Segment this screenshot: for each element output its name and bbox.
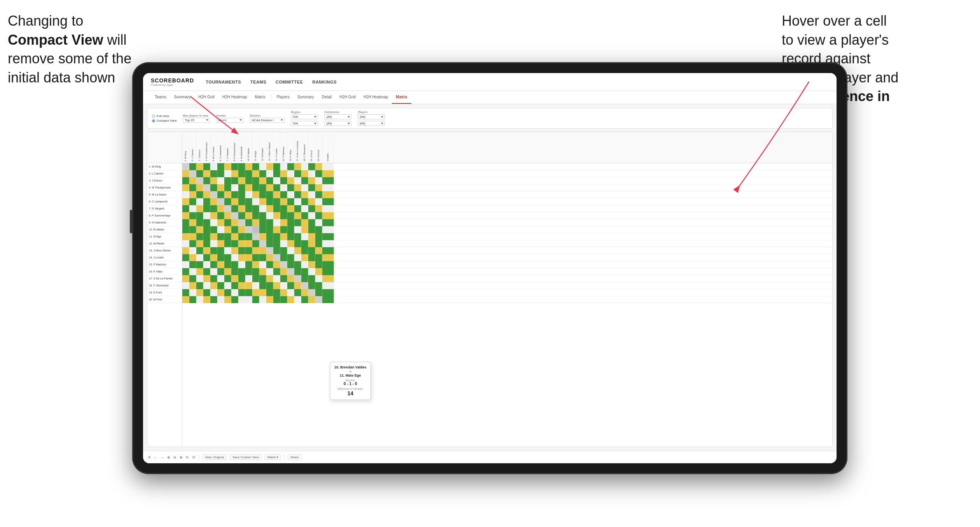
cell-r14-c8[interactable] [231,254,238,261]
cell-r8-c6[interactable] [217,212,224,219]
cell-r15-c5[interactable] [210,261,217,268]
cell-r5-c14[interactable] [273,191,280,198]
nav-rankings[interactable]: RANKINGS [312,80,337,84]
cell-r1-c13[interactable] [266,163,273,170]
cell-r11-c12[interactable] [259,233,266,240]
cell-r4-c12[interactable] [259,184,266,191]
cell-r9-c19[interactable] [308,219,315,226]
cell-r8-c2[interactable] [189,212,196,219]
cell-r12-c7[interactable] [224,240,231,247]
cell-r18-c15[interactable] [280,282,287,289]
cell-r15-c14[interactable] [273,261,280,268]
cell-r2-c15[interactable] [280,170,287,177]
cell-r8-c10[interactable] [245,212,252,219]
cell-r5-c6[interactable] [217,191,224,198]
cell-r1-c7[interactable] [224,163,231,170]
view-original-btn[interactable]: View: Original [202,454,227,460]
cell-r4-c5[interactable] [210,184,217,191]
cell-r6-c2[interactable] [189,198,196,205]
cell-r11-c19[interactable] [308,233,315,240]
cell-r18-c18[interactable] [301,282,308,289]
cell-r11-c17[interactable] [294,233,301,240]
cell-r16-c13[interactable] [266,268,273,275]
cell-r8-c16[interactable] [287,212,294,219]
cell-r16-c15[interactable] [280,268,287,275]
max-players-select[interactable]: Top 25 [183,118,210,123]
toolbar-zoom-out[interactable]: ⊕ [180,455,183,459]
cell-r13-c13[interactable] [266,247,273,254]
cell-r16-c19[interactable] [308,268,315,275]
cell-r17-c18[interactable] [301,275,308,282]
cell-r18-c16[interactable] [287,282,294,289]
cell-r5-c7[interactable] [224,191,231,198]
cell-r14-c5[interactable] [210,254,217,261]
cell-r16-c21[interactable] [322,268,334,275]
sub-nav-summary-right[interactable]: Summary [293,91,318,104]
cell-r16-c1[interactable] [182,268,189,275]
cell-r18-c19[interactable] [308,282,315,289]
cell-r6-c16[interactable] [287,198,294,205]
cell-r4-c9[interactable] [238,184,245,191]
cell-r20-c10[interactable] [245,296,252,303]
cell-r10-c21[interactable] [322,226,334,233]
cell-r4-c7[interactable] [224,184,231,191]
cell-r9-c13[interactable] [266,219,273,226]
cell-r11-c9[interactable] [238,233,245,240]
cell-r14-c1[interactable] [182,254,189,261]
cell-r5-c16[interactable] [287,191,294,198]
cell-r18-c20[interactable] [315,282,322,289]
cell-r7-c7[interactable] [224,205,231,212]
cell-r20-c8[interactable] [231,296,238,303]
cell-r12-c5[interactable] [210,240,217,247]
cell-r17-c13[interactable] [266,275,273,282]
cell-r9-c18[interactable] [301,219,308,226]
cell-r10-c9[interactable] [238,226,245,233]
cell-r6-c6[interactable] [217,198,224,205]
cell-r19-c3[interactable] [196,289,203,296]
cell-r20-c17[interactable] [294,296,301,303]
cell-r20-c7[interactable] [224,296,231,303]
cell-r4-c19[interactable] [308,184,315,191]
cell-r14-c18[interactable] [301,254,308,261]
cell-r15-c4[interactable] [203,261,210,268]
cell-r19-c4[interactable] [203,289,210,296]
cell-r12-c10[interactable] [245,240,252,247]
toolbar-timer[interactable]: ⏱ [192,455,196,459]
cell-r4-c16[interactable] [287,184,294,191]
cell-r1-c11[interactable] [252,163,259,170]
cell-r9-c16[interactable] [287,219,294,226]
cell-r5-c19[interactable] [308,191,315,198]
region-select-1[interactable]: N/A [291,114,318,119]
cell-r17-c9[interactable] [238,275,245,282]
cell-r1-c6[interactable] [217,163,224,170]
cell-r20-c13[interactable] [266,296,273,303]
cell-r3-c19[interactable] [308,177,315,184]
cell-r9-c12[interactable] [259,219,266,226]
cell-r3-c13[interactable] [266,177,273,184]
cell-r15-c6[interactable] [217,261,224,268]
cell-r5-c2[interactable] [189,191,196,198]
cell-r5-c3[interactable] [196,191,203,198]
cell-r7-c9[interactable] [238,205,245,212]
cell-r1-c9[interactable] [238,163,245,170]
cell-r1-c14[interactable] [273,163,280,170]
cell-r4-c3[interactable] [196,184,203,191]
cell-r13-c15[interactable] [280,247,287,254]
cell-r13-c2[interactable] [189,247,196,254]
cell-r12-c8[interactable] [231,240,238,247]
cell-r6-c20[interactable] [315,198,322,205]
cell-r12-c4[interactable] [203,240,210,247]
cell-r10-c14[interactable] [273,226,280,233]
sub-nav-h2h-grid-right[interactable]: H2H Grid [335,91,360,104]
cell-r15-c9[interactable] [238,261,245,268]
cell-r13-c12[interactable] [259,247,266,254]
cell-r19-c16[interactable] [287,289,294,296]
cell-r6-c7[interactable] [224,198,231,205]
cell-r19-c5[interactable] [210,289,217,296]
cell-r11-c11[interactable] [252,233,259,240]
cell-r5-c20[interactable] [315,191,322,198]
cell-r16-c16[interactable] [287,268,294,275]
cell-r6-c11[interactable] [252,198,259,205]
cell-r18-c17[interactable] [294,282,301,289]
cell-r12-c2[interactable] [189,240,196,247]
